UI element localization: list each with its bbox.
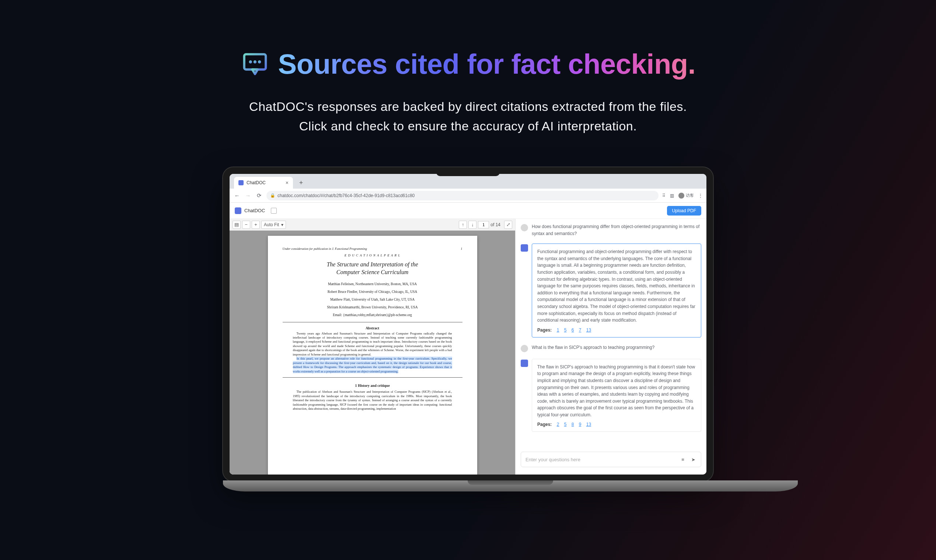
- abstract-p1: Twenty years ago Abelson and Sussman's S…: [293, 332, 452, 357]
- zoom-out-button[interactable]: −: [242, 221, 250, 229]
- address-bar[interactable]: 🔒 chatdoc.com/chatdoc/#/chat/b2fb76c4-35…: [266, 191, 659, 200]
- guest-label: 访客: [686, 193, 694, 198]
- running-header: Under consideration for publication in J…: [283, 247, 367, 251]
- page-citation[interactable]: 13: [586, 422, 591, 427]
- section-heading: 1 History and critique: [283, 383, 462, 388]
- assistant-message: Functional programming and object-orient…: [521, 243, 701, 337]
- abstract-heading: Abstract: [283, 326, 462, 330]
- assistant-message: The flaw in SICP's approach to teaching …: [521, 359, 701, 432]
- page-citation[interactable]: 5: [564, 328, 567, 333]
- chat-input[interactable]: Enter your questions here ≡ ➤: [521, 452, 701, 467]
- reload-button[interactable]: ⟳: [256, 192, 263, 199]
- browser-tab[interactable]: ChatDOC ×: [234, 177, 293, 189]
- answer-text: Functional programming and object-orient…: [537, 248, 696, 324]
- sidebar-toggle-icon[interactable]: [271, 208, 277, 214]
- bot-avatar-icon: [521, 360, 528, 367]
- page-citation[interactable]: 6: [571, 328, 574, 333]
- user-avatar-icon: [521, 345, 528, 352]
- back-button[interactable]: ←: [233, 192, 241, 198]
- menu-icon[interactable]: ⋮: [698, 193, 703, 198]
- paper-title-l2: Computer Science Curriculum: [283, 269, 462, 276]
- url-text: chatdoc.com/chatdoc/#/chat/b2fb76c4-35cf…: [277, 193, 414, 198]
- app-name: ChatDOC: [244, 208, 265, 213]
- zoom-select[interactable]: Auto Fit ▾: [261, 221, 286, 229]
- svg-point-1: [249, 60, 252, 63]
- input-placeholder: Enter your questions here: [525, 457, 676, 462]
- page-citation[interactable]: 7: [579, 328, 582, 333]
- chevron-down-icon: ▾: [281, 222, 283, 227]
- user-icon: [679, 193, 684, 198]
- profile-button[interactable]: 访客: [679, 193, 694, 198]
- pdf-viewport[interactable]: Under consideration for publication in J…: [229, 231, 515, 474]
- sidebar-icon[interactable]: ▤: [232, 221, 241, 229]
- tab-title: ChatDOC: [246, 180, 266, 185]
- answer-text: The flaw in SICP's approach to teaching …: [537, 364, 696, 418]
- page-citation[interactable]: 9: [579, 422, 582, 427]
- zoom-in-button[interactable]: +: [252, 221, 260, 229]
- user-avatar-icon: [521, 224, 528, 231]
- expand-icon[interactable]: ⤢: [504, 221, 512, 229]
- laptop-bezel: ChatDOC × + ← → ⟳ 🔒 chatdoc.com/chatdoc/…: [223, 167, 713, 481]
- pdf-page: Under consideration for publication in J…: [268, 236, 477, 474]
- upload-pdf-button[interactable]: Upload PDF: [667, 206, 701, 215]
- page-citation[interactable]: 2: [557, 422, 559, 427]
- page-total: of 14: [491, 222, 500, 227]
- translate-icon[interactable]: ⠿: [662, 193, 665, 198]
- forward-button[interactable]: →: [244, 192, 252, 198]
- list-icon[interactable]: ≡: [679, 457, 686, 462]
- user-text: What is the flaw in SICP's approach to t…: [532, 344, 654, 352]
- page-citation[interactable]: 1: [557, 328, 559, 333]
- svg-point-2: [253, 60, 257, 63]
- page-down-button[interactable]: ↓: [468, 221, 476, 229]
- body-para: The publication of Abelson and Sussman's…: [293, 390, 452, 411]
- hero-sub-line1: ChatDOC's responses are backed by direct…: [0, 97, 936, 117]
- abstract-highlight: In this pearl, we propose an alternative…: [293, 357, 452, 374]
- section-pearl: E D U C A T I O N A L P E A R L: [283, 254, 462, 257]
- zoom-value: Auto Fit: [264, 222, 279, 227]
- page-citation[interactable]: 5: [564, 422, 567, 427]
- send-icon[interactable]: ➤: [690, 457, 696, 462]
- browser-tabbar: ChatDOC × +: [229, 174, 707, 189]
- new-tab-button[interactable]: +: [296, 178, 306, 188]
- paper-title-l1: The Structure and Interpretation of the: [283, 261, 462, 269]
- page-number: 1: [460, 247, 462, 251]
- author: Shriram Krishnamurthi, Brown University,…: [283, 305, 462, 310]
- hero-sub-line2: Click and check to ensure the accuracy o…: [0, 117, 936, 136]
- user-message: What is the flaw in SICP's approach to t…: [521, 344, 701, 352]
- laptop-base: [223, 480, 798, 491]
- author: Robert Bruce Findler, University of Chic…: [283, 289, 462, 295]
- tab-close-icon[interactable]: ×: [286, 180, 289, 186]
- page-citation[interactable]: 13: [586, 328, 591, 333]
- page-citation[interactable]: 8: [571, 422, 574, 427]
- author: Matthias Felleisen, Northeastern Univers…: [283, 282, 462, 287]
- svg-point-3: [258, 60, 261, 63]
- bot-avatar-icon: [521, 244, 528, 252]
- hero-title: Sources cited for fact checking.: [278, 48, 696, 80]
- lock-icon: 🔒: [270, 193, 275, 198]
- page-input[interactable]: [478, 221, 489, 228]
- author: Matthew Flatt, University of Utah, Salt …: [283, 297, 462, 303]
- chat-bubble-icon: [241, 50, 269, 78]
- user-message: How does functional programming differ f…: [521, 223, 701, 237]
- app-logo-icon: [235, 208, 242, 214]
- page-up-button[interactable]: ↑: [459, 221, 467, 229]
- user-text: How does functional programming differ f…: [532, 223, 701, 237]
- favicon-icon: [239, 180, 243, 185]
- pages-label: Pages:: [537, 422, 552, 427]
- author-email: Email: {matthias,robby,mflatt,shriram}@p…: [283, 312, 462, 318]
- pages-label: Pages:: [537, 328, 552, 333]
- extensions-icon[interactable]: ▥: [670, 193, 674, 198]
